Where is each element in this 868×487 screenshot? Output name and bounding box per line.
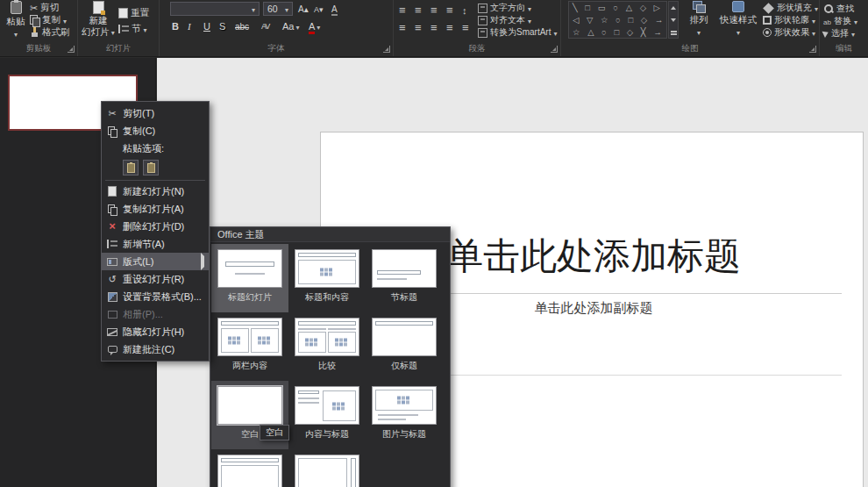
comment-icon: [108, 346, 117, 353]
find-button[interactable]: 查找: [823, 3, 854, 15]
layout-option-comparison[interactable]: 比较: [288, 312, 366, 381]
paste-button[interactable]: 粘贴: [3, 1, 29, 39]
strikethrough-button[interactable]: abc: [235, 19, 249, 33]
font-name-combo[interactable]: [170, 2, 260, 16]
select-button[interactable]: 选择: [823, 27, 855, 39]
layout-option-partial-1[interactable]: [211, 449, 288, 487]
clipboard-icon: [147, 163, 155, 173]
align-text-icon: [478, 16, 487, 25]
columns-button[interactable]: [462, 19, 469, 35]
convert-smartart-button[interactable]: 转换为SmartArt: [478, 26, 557, 39]
bold-button[interactable]: B: [172, 19, 179, 33]
menu-item-add-section[interactable]: 新增节(A): [102, 235, 209, 253]
menu-item-cut[interactable]: 剪切(T): [102, 104, 209, 122]
paste-keep-formatting-button[interactable]: [123, 160, 139, 175]
layout-option-picture-caption[interactable]: 图片与标题: [366, 381, 443, 449]
shapes-row[interactable]: ◁ ▽ ☆ ○ □ ◇ →: [569, 14, 666, 26]
underline-button[interactable]: U: [203, 19, 210, 33]
chevron-down-icon: [553, 28, 557, 38]
increase-indent-button[interactable]: [446, 2, 453, 18]
font-size-combo[interactable]: 60: [263, 2, 293, 16]
menu-item-hide-slide[interactable]: 隐藏幻灯片(H): [102, 323, 209, 340]
layout-thumbnail: [372, 318, 437, 356]
decrease-indent-button[interactable]: [430, 2, 438, 18]
align-right-button[interactable]: [430, 19, 438, 35]
clear-formatting-button[interactable]: [331, 3, 338, 15]
menu-item-format-background[interactable]: 设置背景格式(B)...: [102, 288, 209, 305]
menu-item-copy[interactable]: 复制(C): [102, 122, 209, 140]
layout-option-partial-2[interactable]: [288, 449, 366, 487]
align-center-button[interactable]: [415, 19, 422, 35]
group-label-editing: 编辑: [820, 43, 868, 54]
menu-item-delete-slide[interactable]: 删除幻灯片(D): [102, 218, 209, 235]
quick-styles-button[interactable]: 快速样式: [717, 1, 759, 41]
menu-item-duplicate-slide[interactable]: 复制幻灯片(A): [102, 200, 209, 218]
menu-label: 删除幻灯片(D): [123, 220, 204, 233]
cut-button[interactable]: 剪切: [30, 2, 59, 14]
powerpoint-window: 粘贴 剪切 复制 格式刷 剪贴板 新建: [0, 0, 868, 487]
ribbon-group-clipboard: 粘贴 剪切 复制 格式刷 剪贴板: [0, 0, 78, 56]
shape-effects-button[interactable]: 形状效果: [763, 26, 815, 39]
character-spacing-button[interactable]: AV: [261, 19, 269, 33]
shapes-gallery-scroll: [668, 1, 679, 39]
text-shadow-button[interactable]: S: [219, 19, 225, 33]
gallery-more-icon[interactable]: [669, 25, 678, 38]
scissors-icon: [105, 108, 119, 119]
menu-item-layout[interactable]: 版式(L): [102, 253, 209, 270]
align-text-button[interactable]: 对齐文本: [478, 14, 531, 26]
font-size-value: 60: [267, 4, 278, 14]
shape-fill-button[interactable]: 形状填充: [763, 2, 818, 14]
layout-label: 节标题: [391, 291, 417, 304]
menu-item-new-comment[interactable]: 新建批注(C): [102, 340, 209, 358]
format-painter-button[interactable]: 格式刷: [30, 26, 70, 39]
text-direction-button[interactable]: 文字方向: [478, 2, 531, 14]
line-spacing-button[interactable]: [462, 2, 467, 18]
shapes-row[interactable]: ☆ △ ○ □ ◇ ╳ →: [569, 26, 666, 39]
numbering-button[interactable]: [415, 2, 422, 18]
shape-effects-icon: [763, 28, 772, 37]
clipboard-icon: [11, 1, 22, 14]
grow-font-button[interactable]: [298, 3, 309, 15]
font-color-button[interactable]: A: [309, 19, 320, 33]
layout-option-title-content[interactable]: 标题和内容: [288, 244, 366, 312]
layout-option-section-header[interactable]: 节标题: [366, 244, 443, 312]
section-button[interactable]: 节: [118, 23, 147, 35]
scroll-down-icon[interactable]: [669, 14, 678, 26]
menu-item-new-slide[interactable]: 新建幻灯片(N): [102, 183, 209, 200]
line-spacing-icon: [462, 2, 467, 18]
justify-button[interactable]: [446, 19, 453, 35]
reset-slide-button[interactable]: 重置: [118, 7, 149, 19]
paste-picture-button[interactable]: [143, 160, 159, 175]
shrink-font-icon: [314, 4, 324, 14]
shapes-gallery[interactable]: ╲ □ ▭ ○ △ ◇ ▷ ◁ ▽ ☆ ○ □ ◇ → ☆ △ ○ □ ◇ ╳ …: [568, 1, 667, 39]
layout-option-title-slide[interactable]: 标题幻灯片: [211, 244, 288, 312]
menu-item-reset-slide[interactable]: 重设幻灯片(R): [102, 270, 209, 288]
menu-label: 相册(P)...: [123, 308, 204, 321]
change-case-button[interactable]: Aa: [282, 19, 299, 33]
copy-button[interactable]: 复制: [30, 14, 67, 26]
find-label: 查找: [836, 3, 854, 15]
italic-button[interactable]: I: [188, 19, 191, 33]
layout-option-two-content[interactable]: 两栏内容: [211, 312, 288, 381]
bullets-button[interactable]: [399, 2, 406, 18]
align-left-button[interactable]: [399, 19, 406, 35]
menu-label: 新建幻灯片(N): [123, 185, 204, 198]
scroll-up-icon[interactable]: [669, 2, 678, 14]
layout-option-content-caption[interactable]: 内容与标题: [288, 381, 366, 449]
menu-label: 复制幻灯片(A): [123, 203, 204, 216]
reset-label: 重置: [131, 7, 149, 19]
format-background-icon: [108, 292, 117, 302]
replace-button[interactable]: 替换: [823, 15, 857, 27]
section-icon: [118, 25, 129, 33]
content-icons: [332, 402, 346, 410]
chevron-down-icon: [854, 17, 857, 26]
new-slide-label-1: 新建: [89, 15, 108, 25]
arrange-button[interactable]: 排列: [684, 1, 714, 41]
layout-icon: [107, 258, 117, 266]
shape-outline-button[interactable]: 形状轮廓: [763, 14, 815, 26]
shrink-font-button[interactable]: [314, 3, 324, 15]
new-slide-button[interactable]: 新建 幻灯片: [82, 1, 115, 41]
shape-fill-icon: [763, 3, 774, 14]
shapes-row[interactable]: ╲ □ ▭ ○ △ ◇ ▷: [569, 2, 666, 14]
layout-option-title-only[interactable]: 仅标题: [366, 312, 443, 381]
